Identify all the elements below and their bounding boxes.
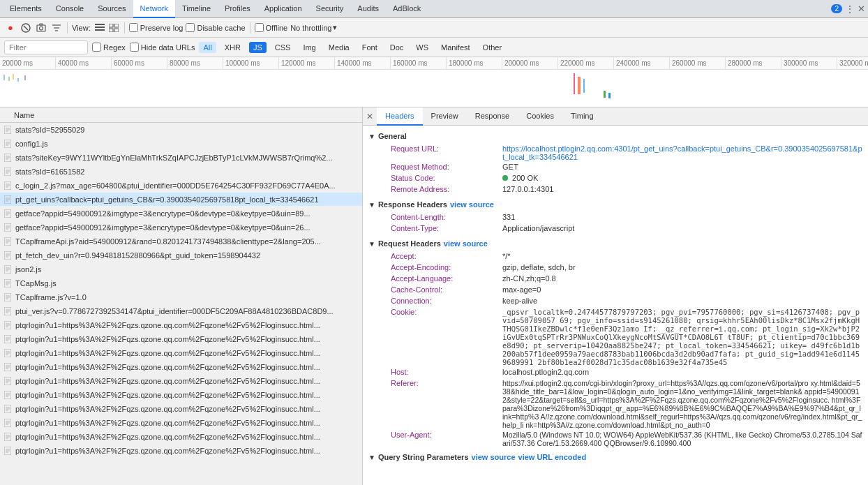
request-list-item[interactable]: stats?sId=61651582 xyxy=(0,165,362,179)
request-list-item[interactable]: TCaplframe.js?v=1.0 xyxy=(0,290,362,304)
tab-application[interactable]: Application xyxy=(257,0,309,18)
request-list: Name stats?sId=52955029config1.jsstats?s… xyxy=(0,107,363,485)
tab-response[interactable]: Response xyxy=(467,107,518,126)
preserve-log-checkbox[interactable]: Preserve log xyxy=(129,23,184,32)
request-list-item[interactable]: ptqrlogin?u1=https%3A%2F%2Fqzs.qzone.qq.… xyxy=(0,402,362,416)
request-list-item[interactable]: stats?siteKey=9WY11WYltbEgYnElaMhTrkSZqI… xyxy=(0,151,362,165)
svg-rect-9 xyxy=(95,27,105,28)
request-name: ptqrlogin?u1=https%3A%2F%2Fqzs.qzone.qq.… xyxy=(15,377,362,385)
general-section-content: Request URL: https://localhost.ptlogin2.… xyxy=(363,142,868,198)
filter-css[interactable]: CSS xyxy=(271,42,295,53)
filter-toggle-button[interactable] xyxy=(50,22,63,34)
list-view-button[interactable] xyxy=(93,22,106,34)
request-list-item[interactable]: ptqrlogin?u1=https%3A%2F%2Fqzs.qzone.qq.… xyxy=(0,388,362,402)
request-list-item[interactable]: c_login_2.js?max_age=604800&ptui_identif… xyxy=(0,179,362,193)
request-list-item[interactable]: ptqrlogin?u1=https%3A%2F%2Fqzs.qzone.qq.… xyxy=(0,332,362,346)
tab-timeline[interactable]: Timeline xyxy=(175,0,218,18)
svg-rect-11 xyxy=(109,24,113,27)
request-name: ptqrlogin?u1=https%3A%2F%2Fqzs.qzone.qq.… xyxy=(15,433,362,441)
request-name: json2.js xyxy=(15,265,362,274)
hide-data-urls-checkbox[interactable]: Hide data URLs xyxy=(130,43,195,52)
tab-audits[interactable]: Audits xyxy=(350,0,386,18)
request-list-item[interactable]: ptqrlogin?u1=https%3A%2F%2Fqzs.qzone.qq.… xyxy=(0,360,362,374)
file-icon xyxy=(3,334,13,344)
request-headers-section-header[interactable]: ▼ Request Headers view source xyxy=(363,237,868,250)
filter-ws[interactable]: WS xyxy=(412,42,433,53)
filter-input[interactable] xyxy=(4,40,88,54)
response-headers-section-header[interactable]: ▼ Response Headers view source xyxy=(363,198,868,211)
record-button[interactable]: ● xyxy=(4,22,17,34)
detail-close-button[interactable]: ✕ xyxy=(363,107,377,126)
request-list-item[interactable]: ptqrlogin?u1=https%3A%2F%2Fqzs.qzone.qq.… xyxy=(0,318,362,332)
tab-timing[interactable]: Timing xyxy=(562,107,602,126)
filter-media[interactable]: Media xyxy=(324,42,354,53)
request-list-item[interactable]: getface?appid=549000912&imgtype=3&encryt… xyxy=(0,207,362,221)
request-list-item[interactable]: config1.js xyxy=(0,137,362,151)
disable-cache-checkbox[interactable]: Disable cache xyxy=(186,23,245,32)
request-headers-view-source[interactable]: view source xyxy=(444,239,488,248)
request-name: ptqrlogin?u1=https%3A%2F%2Fqzs.qzone.qq.… xyxy=(15,349,362,357)
accept-language-row: Accept-Language: zh-CN,zh;q=0.8 xyxy=(377,274,868,285)
separator-3 xyxy=(250,22,250,33)
filter-doc[interactable]: Doc xyxy=(386,42,408,53)
request-list-item[interactable]: pt_get_uins?callback=ptui_getuins_CB&r=0… xyxy=(0,193,362,207)
tab-cookies[interactable]: Cookies xyxy=(518,107,562,126)
filter-all[interactable]: All xyxy=(199,42,216,53)
general-section-header[interactable]: ▼ General xyxy=(363,130,868,142)
tab-headers[interactable]: Headers xyxy=(377,107,423,126)
offline-checkbox[interactable]: Offline xyxy=(255,23,288,32)
camera-icon xyxy=(36,23,46,33)
tab-elements[interactable]: Elements xyxy=(3,0,49,18)
timeline-graph xyxy=(0,70,868,107)
file-icon xyxy=(3,404,13,414)
request-list-item[interactable]: ptqrlogin?u1=https%3A%2F%2Fqzs.qzone.qq.… xyxy=(0,346,362,360)
filter-img[interactable]: Img xyxy=(299,42,320,53)
more-icon[interactable]: ⋮ xyxy=(845,3,855,15)
request-list-item[interactable]: ptqrlogin?u1=https%3A%2F%2Fqzs.qzone.qq.… xyxy=(0,444,362,458)
camera-button[interactable] xyxy=(35,22,47,34)
request-list-item[interactable]: pt_fetch_dev_uin?r=0.9494818152880966&pt… xyxy=(0,248,362,262)
tab-profiles[interactable]: Profiles xyxy=(218,0,257,18)
close-devtools-icon[interactable]: ✕ xyxy=(858,3,865,14)
request-list-item[interactable]: ptqrlogin?u1=https%3A%2F%2Fqzs.qzone.qq.… xyxy=(0,430,362,444)
filter-js[interactable]: JS xyxy=(249,42,267,53)
query-view-source[interactable]: view source xyxy=(472,453,516,461)
query-string-section-header[interactable]: ▼ Query String Parameters view source vi… xyxy=(363,451,868,463)
group-view-button[interactable] xyxy=(107,22,120,34)
tab-sources[interactable]: Sources xyxy=(91,0,133,18)
throttle-dropdown[interactable]: No throttling ▾ xyxy=(290,23,337,32)
filter-manifest[interactable]: Manifest xyxy=(437,42,474,53)
request-list-item[interactable]: getface?appid=549000912&imgtype=3&encryt… xyxy=(0,221,362,234)
request-list-item[interactable]: ptqrlogin?u1=https%3A%2F%2Fqzs.qzone.qq.… xyxy=(0,416,362,430)
status-code-row: Status Code: 200 OK xyxy=(377,173,868,184)
tab-network[interactable]: Network xyxy=(133,0,175,18)
separator-1 xyxy=(67,22,68,33)
request-list-body[interactable]: stats?sId=52955029config1.jsstats?siteKe… xyxy=(0,123,362,485)
regex-checkbox[interactable]: Regex xyxy=(92,43,126,52)
request-list-item[interactable]: json2.js xyxy=(0,262,362,276)
tab-console[interactable]: Console xyxy=(49,0,91,18)
request-list-item[interactable]: TCapMsg.js xyxy=(0,276,362,290)
request-name: ptqrlogin?u1=https%3A%2F%2Fqzs.qzone.qq.… xyxy=(15,363,362,371)
request-list-item[interactable]: stats?sId=52955029 xyxy=(0,123,362,137)
filter-other[interactable]: Other xyxy=(479,42,507,53)
filter-font[interactable]: Font xyxy=(358,42,382,53)
clear-icon xyxy=(21,23,31,33)
file-icon xyxy=(3,223,13,232)
file-icon xyxy=(3,306,13,316)
remote-address-row: Remote Address: 127.0.0.1:4301 xyxy=(377,184,868,195)
query-string-arrow-icon: ▼ xyxy=(368,454,375,461)
response-headers-view-source[interactable]: view source xyxy=(450,200,494,209)
tab-adblock[interactable]: AdBlock xyxy=(386,0,428,18)
request-list-item[interactable]: ptui_ver.js?v=0.7786727392534147&ptui_id… xyxy=(0,304,362,318)
host-row: Host: localhost.ptlogin2.qq.com xyxy=(377,367,868,378)
request-list-item[interactable]: ptqrlogin?u1=https%3A%2F%2Fqzs.qzone.qq.… xyxy=(0,374,362,388)
clear-button[interactable] xyxy=(20,22,32,34)
filter-xhr[interactable]: XHR xyxy=(220,42,245,53)
tab-preview[interactable]: Preview xyxy=(423,107,467,126)
file-icon xyxy=(3,292,13,302)
timeline-area[interactable]: 20000 ms40000 ms60000 ms80000 ms100000 m… xyxy=(0,57,868,107)
tab-security[interactable]: Security xyxy=(309,0,351,18)
query-view-url-encoded[interactable]: view URL encoded xyxy=(518,453,587,461)
request-list-item[interactable]: TCaplframeApi.js?aid=549000912&rand=0.82… xyxy=(0,234,362,248)
